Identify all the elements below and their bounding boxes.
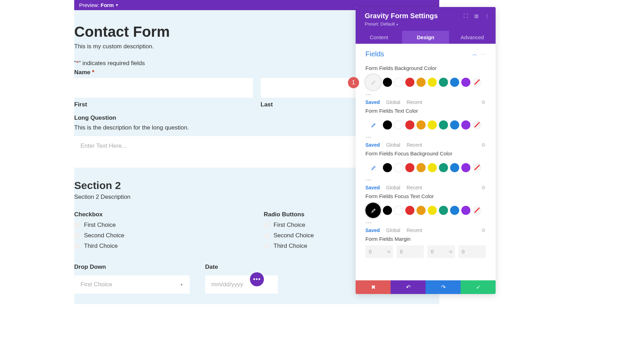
- preset-selector[interactable]: Preset: Default▼: [365, 21, 486, 27]
- color-swatch[interactable]: [405, 120, 414, 130]
- eyedropper-button[interactable]: [365, 160, 381, 175]
- panel-body[interactable]: Fields ︿ ⋮ Form Fields Background Color•…: [356, 44, 496, 280]
- link-icon[interactable]: ⧉: [449, 250, 452, 254]
- option-label: Form Fields Background Color: [356, 62, 496, 75]
- date-label: Date: [205, 264, 278, 271]
- no-color-swatch[interactable]: [472, 206, 482, 215]
- color-tab[interactable]: Saved: [365, 185, 380, 190]
- dropdown-select[interactable]: First Choice▼: [74, 275, 190, 294]
- color-swatch[interactable]: [405, 78, 414, 87]
- color-tab[interactable]: Recent: [407, 99, 422, 105]
- color-swatch[interactable]: [405, 206, 414, 215]
- margin-right-input[interactable]: 0: [397, 245, 424, 258]
- color-swatch[interactable]: [439, 163, 448, 172]
- tab-content[interactable]: Content: [356, 31, 402, 44]
- undo-button[interactable]: ↶: [391, 280, 426, 294]
- color-swatch[interactable]: [439, 120, 448, 130]
- preview-mode[interactable]: Form: [101, 2, 114, 8]
- eyedropper-button[interactable]: [365, 117, 381, 133]
- color-swatch[interactable]: [416, 78, 426, 87]
- color-tab[interactable]: Global: [386, 185, 400, 190]
- color-swatch[interactable]: [383, 206, 392, 215]
- cancel-button[interactable]: ✖: [356, 280, 391, 294]
- panel-header: Gravity Form Settings Preset: Default▼ ⛶…: [356, 7, 496, 31]
- no-color-swatch[interactable]: [472, 163, 482, 172]
- color-tab[interactable]: Global: [386, 99, 400, 105]
- margin-top-input[interactable]: 0⧉: [365, 245, 393, 258]
- color-swatch[interactable]: [416, 206, 426, 215]
- color-swatch[interactable]: [416, 163, 426, 172]
- margin-left-input[interactable]: 0: [458, 245, 486, 258]
- panel-tabs: Content Design Advanced: [356, 31, 496, 44]
- color-swatch[interactable]: [450, 163, 459, 172]
- expand-icon[interactable]: ⛶: [463, 13, 468, 19]
- color-tab[interactable]: Recent: [407, 142, 422, 148]
- panel-footer: ✖ ↶ ↷ ✓: [356, 280, 496, 294]
- color-swatch[interactable]: [383, 120, 392, 130]
- color-swatch[interactable]: [428, 120, 437, 130]
- more-options-fab[interactable]: •••: [250, 272, 264, 286]
- color-swatch[interactable]: [461, 78, 470, 87]
- color-swatch[interactable]: [394, 120, 403, 130]
- color-swatch[interactable]: [450, 206, 459, 215]
- save-button[interactable]: ✓: [461, 280, 496, 294]
- color-tab[interactable]: Recent: [407, 227, 422, 233]
- gear-icon[interactable]: ⚙: [481, 185, 486, 190]
- color-swatch[interactable]: [394, 206, 403, 215]
- no-color-swatch[interactable]: [472, 120, 482, 130]
- color-swatch[interactable]: [416, 120, 426, 130]
- color-tab[interactable]: Recent: [407, 185, 422, 190]
- checkbox-choice[interactable]: Third Choice: [74, 243, 250, 250]
- chevron-down-icon[interactable]: ▼: [115, 3, 119, 7]
- color-swatch[interactable]: [439, 78, 448, 87]
- swatch-row: [356, 117, 496, 133]
- color-swatch[interactable]: [405, 163, 414, 172]
- eyedropper-button[interactable]: [365, 75, 381, 90]
- more-dots[interactable]: •••: [356, 218, 496, 227]
- link-icon[interactable]: ⧉: [387, 250, 390, 254]
- tab-advanced[interactable]: Advanced: [449, 31, 496, 44]
- kebab-menu-icon[interactable]: ⋮: [485, 13, 489, 19]
- color-swatch[interactable]: [394, 163, 403, 172]
- color-swatch[interactable]: [461, 206, 470, 215]
- accordion-fields[interactable]: Fields ︿ ⋮: [356, 44, 496, 62]
- color-tab[interactable]: Global: [386, 227, 400, 233]
- color-tab[interactable]: Saved: [365, 99, 380, 105]
- color-swatch[interactable]: [461, 163, 470, 172]
- tab-design[interactable]: Design: [402, 31, 449, 44]
- radio-icon: [264, 243, 270, 249]
- layout-icon[interactable]: ▥: [474, 13, 478, 19]
- color-swatch[interactable]: [450, 78, 459, 87]
- gear-icon[interactable]: ⚙: [481, 142, 486, 148]
- option-label: Form Fields Focus Background Color: [356, 148, 496, 160]
- color-swatch[interactable]: [450, 120, 459, 130]
- color-tabs: SavedGlobalRecent⚙: [356, 142, 496, 148]
- checkbox-choice[interactable]: First Choice: [74, 222, 250, 229]
- eyedropper-button[interactable]: [365, 203, 381, 218]
- more-dots[interactable]: •••: [356, 90, 496, 99]
- margin-bottom-input[interactable]: 0⧉: [427, 245, 455, 258]
- kebab-menu-icon[interactable]: ⋮: [481, 52, 486, 56]
- more-dots[interactable]: •••: [356, 133, 496, 142]
- color-swatch[interactable]: [461, 120, 470, 130]
- no-color-swatch[interactable]: [472, 78, 482, 87]
- color-swatch[interactable]: [383, 78, 392, 87]
- color-swatch[interactable]: [394, 78, 403, 87]
- color-swatch[interactable]: [428, 78, 437, 87]
- color-swatch[interactable]: [383, 163, 392, 172]
- redo-button[interactable]: ↷: [426, 280, 461, 294]
- color-swatch[interactable]: [428, 163, 437, 172]
- more-dots[interactable]: •••: [356, 175, 496, 185]
- color-swatch[interactable]: [439, 206, 448, 215]
- checkbox-choice[interactable]: Second Choice: [74, 232, 250, 239]
- color-tabs: SavedGlobalRecent⚙: [356, 185, 496, 190]
- gear-icon[interactable]: ⚙: [481, 99, 486, 105]
- color-tab[interactable]: Saved: [365, 142, 380, 148]
- color-swatch[interactable]: [428, 206, 437, 215]
- color-tab[interactable]: Saved: [365, 227, 380, 233]
- color-tab[interactable]: Global: [386, 142, 400, 148]
- gear-icon[interactable]: ⚙: [481, 227, 486, 233]
- option-label: Form Fields Focus Text Color: [356, 190, 496, 203]
- date-input[interactable]: mm/dd/yyyy: [205, 275, 278, 294]
- first-name-input[interactable]: [74, 78, 253, 98]
